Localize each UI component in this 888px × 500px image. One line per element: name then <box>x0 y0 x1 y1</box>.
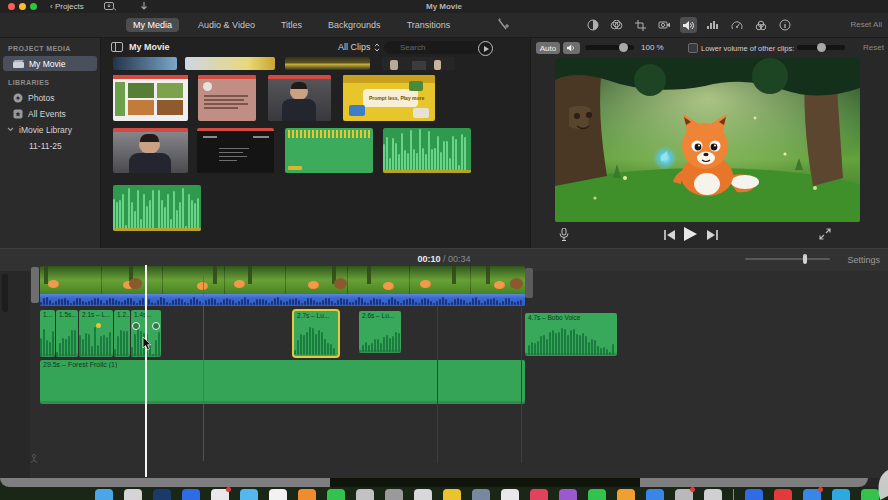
next-frame-icon[interactable] <box>707 230 718 240</box>
filmstrip-frame[interactable] <box>410 266 472 297</box>
timeline-hscrollbar-gap[interactable] <box>330 478 640 487</box>
volume-slider[interactable] <box>585 45 634 50</box>
audio-clip[interactable]: 2.1s – L... <box>79 310 113 357</box>
media-thumbnail[interactable] <box>382 57 455 70</box>
color-correction-icon[interactable] <box>608 17 625 33</box>
filmstrip[interactable] <box>40 266 525 297</box>
dock-app-icon[interactable] <box>95 489 113 500</box>
noise-reduction-icon[interactable] <box>704 17 721 33</box>
audio-clip-selected[interactable]: 2.7s – Lu... <box>294 311 338 356</box>
playhead[interactable] <box>145 265 147 477</box>
browser-play-icon[interactable] <box>478 41 493 56</box>
dock-app-icon[interactable] <box>443 489 461 500</box>
audio-clip[interactable]: 4.7s – Bobo Voice <box>525 313 617 356</box>
enhance-wand-icon[interactable] <box>497 18 510 31</box>
video-audio-track[interactable] <box>40 294 525 306</box>
media-thumbnail[interactable] <box>113 185 201 231</box>
dock-app-icon[interactable] <box>182 489 200 500</box>
dock-app-icon[interactable] <box>124 489 142 500</box>
dock-app-icon[interactable] <box>385 489 403 500</box>
background-music-clip[interactable]: 29.5s – Forest Frolic (1) <box>40 360 525 404</box>
volume-icon[interactable] <box>680 17 697 33</box>
auto-volume-button[interactable]: Auto <box>536 42 560 54</box>
dock-app-icon[interactable] <box>530 489 548 500</box>
dock-app-icon[interactable] <box>211 489 229 500</box>
clip-information-icon[interactable] <box>776 17 793 33</box>
tab-my-media[interactable]: My Media <box>126 18 179 32</box>
filmstrip-frame[interactable] <box>102 266 164 297</box>
filmstrip-frame[interactable] <box>471 266 525 297</box>
sidebar-item-photos[interactable]: Photos <box>3 90 97 105</box>
all-clips-dropdown[interactable]: All Clips <box>338 42 380 52</box>
record-voiceover-icon[interactable] <box>559 228 569 242</box>
lower-volume-checkbox[interactable] <box>688 43 698 53</box>
tab-transitions[interactable]: Transitions <box>400 18 458 32</box>
media-thumbnail[interactable] <box>113 128 188 173</box>
tab-backgrounds[interactable]: Backgrounds <box>321 18 388 32</box>
dock-app-icon[interactable] <box>745 489 763 500</box>
dock-app-icon[interactable] <box>240 489 258 500</box>
dock-app-icon[interactable] <box>559 489 577 500</box>
sidebar-item-my-movie[interactable]: My Movie <box>3 56 97 71</box>
play-icon[interactable] <box>684 227 697 241</box>
audio-clip[interactable]: 1.2... <box>114 310 130 357</box>
clip-trim-handle-left[interactable] <box>31 267 39 303</box>
volume-handle[interactable] <box>132 322 140 330</box>
audio-clip[interactable]: 2.6s – Lu... <box>359 311 401 353</box>
video-preview[interactable] <box>555 58 860 222</box>
dock-app-icon[interactable] <box>704 489 722 500</box>
reset-all-button[interactable]: Reset All <box>850 20 882 29</box>
volume-slider-knob[interactable] <box>619 43 628 52</box>
media-thumbnail[interactable] <box>285 128 373 173</box>
speed-icon[interactable] <box>728 17 745 33</box>
keyframe-dot[interactable] <box>96 323 101 328</box>
media-thumbnail[interactable] <box>268 75 331 121</box>
dock-app-icon[interactable] <box>501 489 519 500</box>
sidebar-item-all-events[interactable]: All Events <box>3 106 97 121</box>
dock-app-icon[interactable] <box>356 489 374 500</box>
dock-app-icon[interactable] <box>675 489 693 500</box>
dock-app-icon[interactable] <box>153 489 171 500</box>
clip-trim-handle-right[interactable] <box>525 268 533 298</box>
media-thumbnail[interactable] <box>198 75 256 121</box>
media-thumbnail[interactable] <box>285 57 370 70</box>
crop-icon[interactable] <box>632 17 649 33</box>
reset-button[interactable]: Reset <box>863 43 884 52</box>
dock-app-icon[interactable] <box>774 489 792 500</box>
sidebar-item-imovie-library[interactable]: iMovie Library <box>3 122 97 137</box>
dock-app-icon[interactable] <box>646 489 664 500</box>
volume-handle[interactable] <box>152 322 160 330</box>
timeline-zoom-knob[interactable] <box>803 254 807 264</box>
filmstrip-frame[interactable] <box>225 266 287 297</box>
media-thumbnail[interactable] <box>185 57 275 70</box>
stabilization-icon[interactable] <box>656 17 673 33</box>
tab-titles[interactable]: Titles <box>274 18 309 32</box>
dock-app-icon[interactable] <box>617 489 635 500</box>
media-thumbnail[interactable]: Prompt less, Play more <box>343 75 435 121</box>
dock-app-icon[interactable] <box>298 489 316 500</box>
previous-frame-icon[interactable] <box>664 230 675 240</box>
dock-app-icon[interactable] <box>472 489 490 500</box>
filmstrip-frame[interactable] <box>40 266 102 297</box>
clip-filter-icon[interactable] <box>752 17 769 33</box>
lower-volume-slider[interactable] <box>797 45 845 50</box>
dock-app-icon[interactable] <box>269 489 287 500</box>
media-thumbnail[interactable] <box>113 75 188 121</box>
tab-audio-video[interactable]: Audio & Video <box>191 18 262 32</box>
timeline-settings-button[interactable]: Settings <box>847 255 880 265</box>
sidebar-item-event-date[interactable]: 11-11-25 <box>3 138 97 153</box>
timeline-zoom-slider[interactable] <box>745 258 830 260</box>
media-thumbnail[interactable] <box>383 128 471 173</box>
dock-app-icon[interactable] <box>588 489 606 500</box>
dock-app-icon[interactable] <box>832 489 850 500</box>
color-balance-icon[interactable] <box>584 17 601 33</box>
lower-volume-slider-knob[interactable] <box>817 43 826 52</box>
dock-app-icon[interactable] <box>327 489 345 500</box>
media-thumbnail[interactable] <box>197 128 274 173</box>
timeline-vertical-scrollbar[interactable] <box>2 274 8 312</box>
filmstrip-frame[interactable] <box>286 266 348 297</box>
media-thumbnail[interactable] <box>113 57 177 70</box>
mute-button[interactable] <box>563 42 580 54</box>
audio-clip[interactable]: 1.5s... <box>56 310 78 357</box>
panel-toggle-icon[interactable] <box>111 42 123 52</box>
